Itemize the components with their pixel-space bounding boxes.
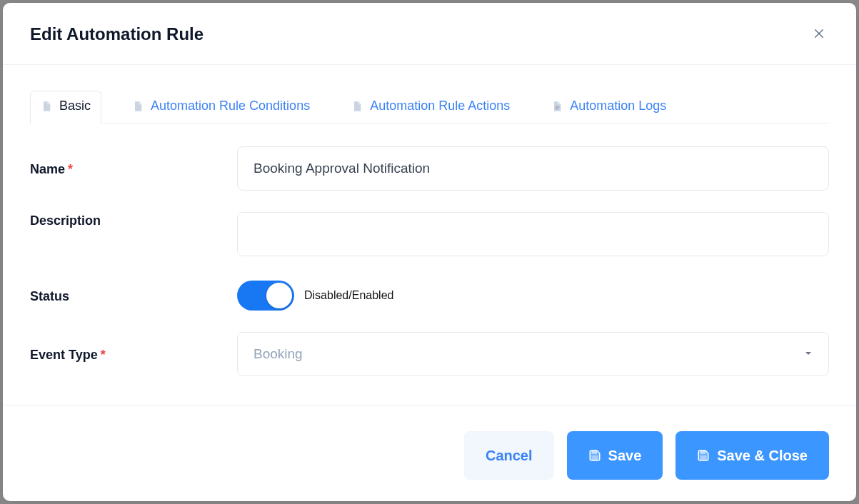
modal-footer: Cancel Save Save & Close <box>3 405 856 501</box>
save-close-button[interactable]: Save & Close <box>675 431 829 480</box>
file-icon <box>41 99 52 114</box>
name-input[interactable] <box>237 146 829 191</box>
cancel-button[interactable]: Cancel <box>464 431 554 480</box>
tab-label: Automation Logs <box>570 99 666 114</box>
event-type-label: Event Type* <box>30 346 237 363</box>
row-description: Description <box>30 212 829 259</box>
chevron-down-icon <box>804 348 813 361</box>
status-toggle-label: Disabled/Enabled <box>304 289 393 302</box>
status-label: Status <box>30 288 237 304</box>
edit-automation-rule-modal: Edit Automation Rule Basic Automation Ru <box>3 3 856 501</box>
svg-rect-8 <box>701 456 707 460</box>
toggle-knob <box>266 283 292 308</box>
tab-actions[interactable]: Automation Rule Actions <box>341 91 521 124</box>
required-asterisk: * <box>68 162 73 176</box>
modal-body: Basic Automation Rule Conditions Automat… <box>3 65 856 405</box>
tab-label: Automation Rule Actions <box>370 99 510 114</box>
row-name: Name* <box>30 146 829 191</box>
status-toggle-wrap: Disabled/Enabled <box>237 281 829 311</box>
svg-rect-4 <box>556 109 558 109</box>
tab-label: Automation Rule Conditions <box>151 99 310 114</box>
svg-rect-3 <box>556 107 559 108</box>
tabs: Basic Automation Rule Conditions Automat… <box>30 91 829 124</box>
tab-conditions[interactable]: Automation Rule Conditions <box>121 91 321 124</box>
status-toggle[interactable] <box>237 281 294 311</box>
name-label: Name* <box>30 161 237 177</box>
tab-basic[interactable]: Basic <box>30 91 101 124</box>
close-icon <box>813 27 825 42</box>
row-event-type: Event Type* Booking <box>30 332 829 376</box>
tab-label: Basic <box>59 99 91 114</box>
event-type-value: Booking <box>253 346 303 362</box>
file-lines-icon <box>551 99 563 114</box>
svg-rect-6 <box>592 456 598 460</box>
save-icon <box>697 449 710 462</box>
required-asterisk: * <box>101 348 106 362</box>
tab-logs[interactable]: Automation Logs <box>541 91 677 124</box>
event-type-select[interactable]: Booking <box>237 332 829 376</box>
svg-rect-7 <box>701 450 705 453</box>
close-button[interactable] <box>809 24 829 44</box>
save-icon <box>588 449 601 462</box>
row-status: Status Disabled/Enabled <box>30 281 829 311</box>
file-icon <box>132 99 144 114</box>
file-icon <box>351 99 363 114</box>
svg-rect-2 <box>556 106 559 106</box>
modal-title: Edit Automation Rule <box>30 24 204 44</box>
modal-header: Edit Automation Rule <box>3 3 856 65</box>
svg-rect-5 <box>592 450 596 453</box>
save-button[interactable]: Save <box>567 431 663 480</box>
description-input[interactable] <box>237 212 829 256</box>
description-label: Description <box>30 212 237 228</box>
